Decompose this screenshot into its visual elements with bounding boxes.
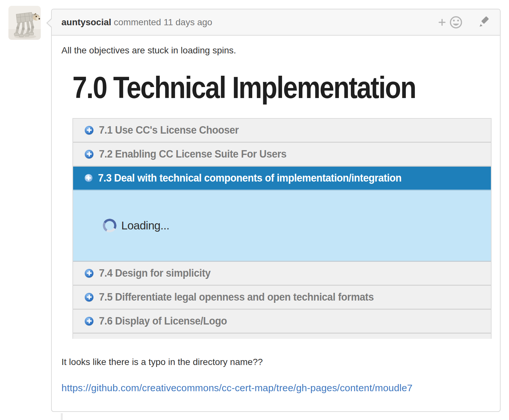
cutoff-next-row [73,334,491,339]
accordion-row-7-6: 7.6 Display of License/Logo [73,310,491,334]
edit-comment-button[interactable] [478,16,490,28]
author-link[interactable]: auntysocial [61,17,111,27]
timeline-connector [61,413,63,420]
comment-body: All the objectives are stuck in loading … [52,36,500,403]
accordion-row-7-1: 7.1 Use CC's License Chooser [73,119,491,143]
embedded-screenshot[interactable]: 7.0 Technical Implementation 7.1 Use CC'… [72,72,492,339]
add-reaction-button[interactable] [437,15,469,29]
accordion-row-label: 7.2 Enabling CC License Suite For Users [99,148,287,160]
accordion-row-7-4: 7.4 Design for simplicity [73,262,491,286]
expand-plus-icon [85,269,93,278]
github-directory-link[interactable]: https://github.com/creativecommons/cc-ce… [61,382,413,393]
accordion-row-7-5: 7.5 Differentiate legal openness and ope… [73,286,491,310]
expand-plus-icon [85,174,92,182]
objectives-accordion: 7.1 Use CC's License Chooser 7.2 Enablin… [72,118,492,339]
comment-card: auntysocial commented 11 days ago [51,9,501,412]
accordion-row-label: 7.6 Display of License/Logo [99,315,227,327]
expand-plus-icon [85,150,93,159]
accordion-row-label: 7.3 Deal with technical components of im… [98,172,402,184]
accordion-row-7-3-active: 7.3 Deal with technical components of im… [73,167,491,191]
comment-link-line: https://github.com/creativecommons/cc-ce… [61,382,490,393]
accordion-row-label: 7.1 Use CC's License Chooser [99,124,239,136]
github-comment-page: auntysocial commented 11 days ago [0,0,509,420]
expand-plus-icon [85,317,93,326]
comment-paragraph-2: It looks like there is a typo in the dir… [61,356,490,368]
accordion-row-label: 7.4 Design for simplicity [99,267,211,279]
comment-actions [437,15,490,29]
expanded-loading-panel: Loading... [73,191,491,262]
accordion-row-label: 7.5 Differentiate legal openness and ope… [99,291,374,303]
action-text: commented [111,17,164,27]
accordion-row-7-2: 7.2 Enabling CC License Suite For Users [73,143,491,167]
comment-paragraph-1: All the objectives are stuck in loading … [61,44,490,57]
avatar-image [8,6,41,40]
loading-text: Loading... [121,219,169,232]
comment-timestamp[interactable]: 11 days ago [164,17,212,27]
screenshot-title: 7.0 Technical Implementation [72,72,416,104]
comment-byline: auntysocial commented 11 days ago [61,17,212,28]
expand-plus-icon [85,293,93,302]
loading-spinner-icon [101,217,118,234]
add-reaction-smiley-icon [437,15,469,29]
avatar[interactable] [8,6,41,40]
expand-plus-icon [85,126,93,135]
edit-pencil-icon [478,16,490,28]
comment-header: auntysocial commented 11 days ago [52,9,500,36]
